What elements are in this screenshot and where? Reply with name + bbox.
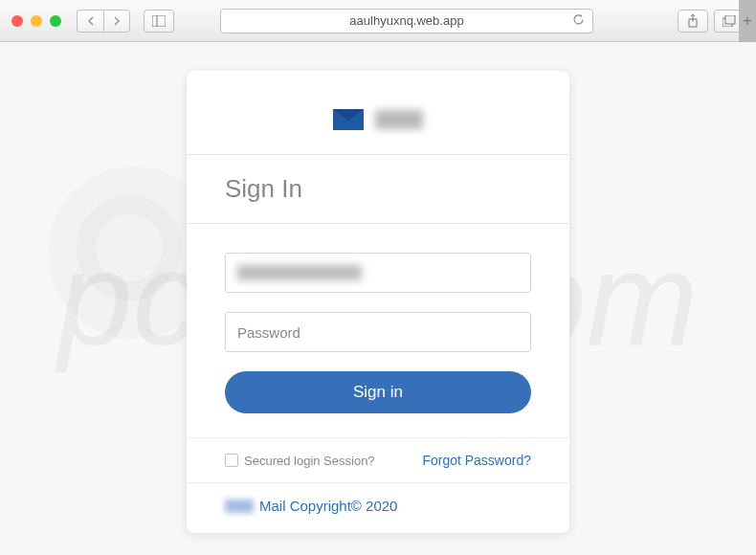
window-controls	[11, 15, 61, 27]
forgot-password-link[interactable]: Forgot Password?	[422, 453, 531, 468]
share-button[interactable]	[678, 10, 708, 33]
copyright-brand-redacted	[225, 500, 254, 513]
minimize-window-button[interactable]	[31, 15, 42, 27]
mail-icon	[333, 109, 364, 130]
new-tab-button[interactable]: +	[739, 0, 756, 42]
email-value-redacted	[237, 265, 362, 280]
copyright-footer: Mail Copyright© 2020	[187, 482, 569, 533]
address-bar[interactable]: aaulhyuxnq.web.app	[220, 9, 593, 33]
password-field[interactable]	[225, 312, 531, 352]
svg-rect-0	[152, 15, 166, 27]
card-header	[187, 71, 569, 154]
reload-icon[interactable]	[572, 13, 585, 29]
signin-form: Sign in	[187, 224, 569, 428]
forward-button[interactable]	[103, 10, 130, 33]
browser-toolbar: aaulhyuxnq.web.app +	[0, 0, 756, 42]
form-footer: Secured login Session? Forgot Password?	[187, 437, 569, 482]
signin-card: Sign In Sign in Secured login Session? F…	[187, 71, 569, 533]
sidebar-button[interactable]	[144, 10, 174, 33]
back-button[interactable]	[77, 10, 103, 33]
page-title: Sign In	[187, 155, 569, 223]
secured-session-label: Secured login Session?	[244, 454, 375, 468]
nav-buttons	[77, 10, 130, 33]
copyright-text: Mail Copyright© 2020	[259, 498, 397, 514]
logo-text-redacted	[375, 110, 423, 129]
checkbox-icon[interactable]	[225, 454, 238, 467]
maximize-window-button[interactable]	[50, 15, 61, 27]
url-text: aaulhyuxnq.web.app	[349, 13, 463, 28]
email-field[interactable]	[225, 253, 531, 293]
secured-session-checkbox-wrap[interactable]: Secured login Session?	[225, 454, 375, 468]
page-content: pcrisk.com Sign In Sign in Secured login…	[0, 42, 756, 555]
svg-rect-5	[725, 15, 735, 24]
signin-button[interactable]: Sign in	[225, 371, 531, 413]
close-window-button[interactable]	[11, 15, 23, 27]
